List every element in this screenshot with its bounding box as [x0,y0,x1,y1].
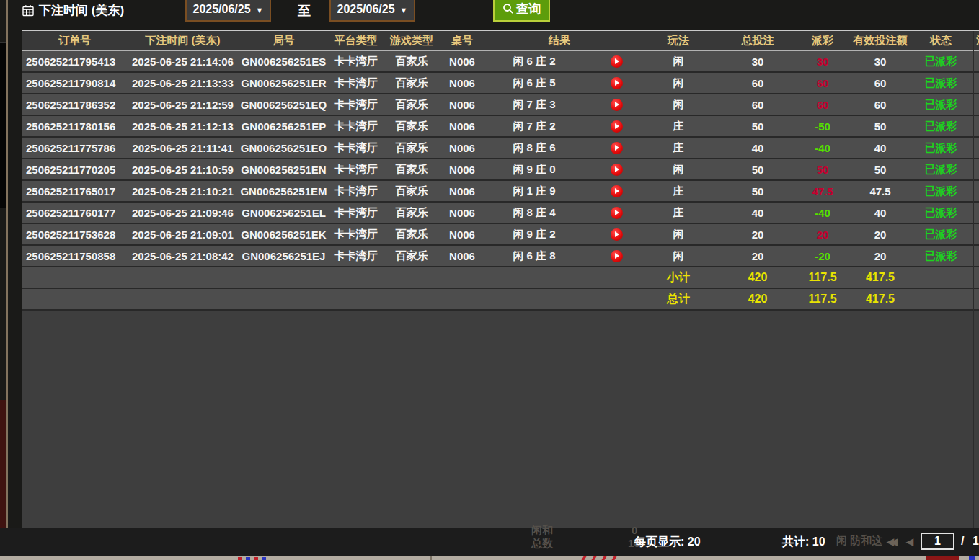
valid-bet-cell: 47.5 [851,181,909,201]
round-id-cell: GN006256251EJ [239,246,329,266]
summary-empty [909,289,973,309]
search-icon [502,3,514,14]
bet-on-cell: 闲 [635,51,722,71]
date-from-value: 2025/06/25 [193,3,251,16]
play-video-icon[interactable] [611,77,623,89]
ghost-text: 闲 防和这 [836,534,882,548]
round-id-cell: GN006256251EM [239,181,329,201]
bet-on-cell: 闲 [635,159,722,179]
header-bet-time: 下注时间 (美东) [127,31,239,50]
date-from-select[interactable]: 2025/06/25 ▼ [185,0,271,22]
order-id-cell: 250625211790814 [22,73,127,93]
total-bet-cell: 60 [722,94,794,115]
header-payout: 派彩 [794,31,851,50]
ghost-text: 总数 [531,537,553,551]
play-video-icon[interactable] [611,250,623,262]
round-id-cell: GN006256251EO [239,138,329,158]
game-type-cell: 百家乐 [383,138,440,158]
background-bleed-line [6,0,8,560]
result-text: 闲 6 庄 5 [484,76,585,90]
result-cell: 闲 1 庄 9 [484,181,635,201]
result-cell: 闲 7 庄 2 [484,116,635,136]
payout-cell: -40 [794,138,851,158]
result-text: 闲 8 庄 4 [484,206,585,220]
result-cell: 闲 7 庄 3 [484,94,635,115]
order-id-cell: 250625211750858 [22,246,127,266]
total-bet-cell: 40 [722,138,794,158]
platform-cell: 卡卡湾厅 [329,73,383,93]
bet-on-cell: 庄 [635,203,722,223]
bet-time-cell: 2025-06-25 21:12:13 [127,116,239,136]
valid-bet-cell: 20 [851,246,909,266]
status-badge: 已派彩 [909,116,973,136]
play-video-icon[interactable] [611,185,623,197]
table-row: 250625211753628 2025-06-25 21:09:01 GN00… [22,224,979,246]
platform-cell: 卡卡湾厅 [329,116,383,136]
header-valid-bet: 有效投注额 [851,31,909,50]
ghost-text: 闲和 [531,524,553,538]
status-badge: 已派彩 [909,203,973,223]
table-header-row: 订单号 下注时间 (美东) 局号 平台类型 游戏类型 桌号 结果 玩法 总投注 … [22,31,979,51]
query-button[interactable]: 查询 [493,0,550,22]
bet-time-cell: 2025-06-25 21:10:59 [127,159,239,179]
platform-cell: 卡卡湾厅 [329,246,383,266]
platform-cell: 卡卡湾厅 [329,224,383,244]
play-video-icon[interactable] [611,99,623,111]
result-cell: 闲 8 庄 6 [484,138,635,158]
table-no-cell: N006 [440,51,484,71]
summary-label: 小计 [635,267,722,288]
page-number-input[interactable]: 1 [921,533,954,550]
table-no-cell: N006 [440,246,484,266]
header-order-id: 订单号 [22,31,127,50]
play-video-icon[interactable] [611,142,623,154]
result-text: 闲 8 庄 6 [484,141,585,155]
header-game-type: 游戏类型 [383,31,440,50]
bet-records-table: 订单号 下注时间 (美东) 局号 平台类型 游戏类型 桌号 结果 玩法 总投注 … [22,30,979,528]
payout-cell: 47.5 [794,181,851,201]
result-text: 闲 1 庄 9 [484,185,585,198]
valid-bet-cell: 60 [851,73,909,93]
round-id-cell: GN006256251EQ [239,94,329,115]
prev-page-button[interactable]: ◀ [906,536,913,547]
column-divider [973,31,974,528]
table-summary: 小计 420 117.5 417.5 总计 420 117.5 417.5 [22,267,979,311]
summary-payout: 117.5 [794,289,851,309]
order-id-cell: 250625211780156 [22,116,127,136]
payout-cell: 50 [794,159,851,179]
order-id-cell: 250625211795413 [22,51,127,71]
result-text: 闲 6 庄 2 [484,55,585,68]
summary-label: 总计 [635,289,722,309]
play-video-icon[interactable] [611,120,623,133]
summary-empty [909,267,973,288]
payout-cell: -50 [794,116,851,136]
table-body: 250625211795413 2025-06-25 21:14:06 GN00… [22,51,979,267]
valid-bet-cell: 50 [851,159,909,179]
status-badge: 已派彩 [909,94,973,115]
play-video-icon[interactable] [611,55,623,68]
table-row: 250625211786352 2025-06-25 21:12:59 GN00… [22,94,979,116]
summary-valid-bet: 417.5 [851,267,909,288]
per-page-label: 每页显示: 20 [634,535,701,550]
bet-on-cell: 庄 [635,181,722,201]
bet-on-cell: 闲 [635,224,722,244]
table-row: 250625211795413 2025-06-25 21:14:06 GN00… [22,51,979,73]
play-video-icon[interactable] [611,164,623,176]
bet-time-cell: 2025-06-25 21:12:59 [127,94,239,115]
status-badge: 已派彩 [909,138,973,158]
order-id-cell: 250625211765017 [22,181,127,201]
page-separator: / [961,535,964,548]
status-badge: 已派彩 [909,51,973,71]
status-badge: 已派彩 [909,181,973,201]
valid-bet-cell: 30 [851,51,909,71]
table-no-cell: N006 [440,203,484,223]
game-type-cell: 百家乐 [383,181,440,201]
first-page-button[interactable]: ◀◀ [887,536,894,547]
total-bet-cell: 50 [722,181,794,201]
play-video-icon[interactable] [611,228,623,241]
round-id-cell: GN006256251EP [239,116,329,136]
play-video-icon[interactable] [611,207,623,219]
valid-bet-cell: 40 [851,203,909,223]
result-text: 闲 7 庄 2 [484,120,585,133]
table-row: 250625211790814 2025-06-25 21:13:33 GN00… [22,73,979,94]
date-to-select[interactable]: 2025/06/25 ▼ [329,0,415,22]
